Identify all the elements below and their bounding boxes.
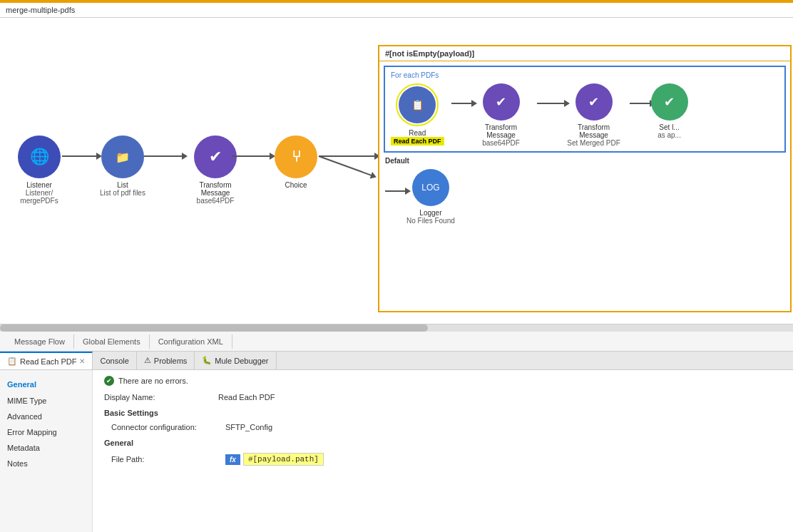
connector-config-label: Connector configuration: — [111, 423, 225, 431]
transform3-sublabel: Set Merged PDF — [567, 139, 620, 147]
tab-read-each-pdf[interactable]: 📋 Read Each PDF ✕ — [0, 352, 93, 369]
bottom-tabs-bar: Message Flow Global Elements Configurati… — [0, 332, 793, 352]
node-transform1[interactable]: ✔ Transform Message base64PDF — [187, 135, 244, 205]
connector-config-value: SFTP_Config — [225, 423, 272, 431]
arrow-to-default — [319, 155, 373, 176]
sidebar-general-section: General — [0, 376, 92, 393]
breadcrumb: merge-multiple-pdfs — [0, 3, 793, 18]
node-transform3[interactable]: ✔ Transform Message Set Merged PDF — [566, 83, 623, 147]
inner-arrow-3 — [630, 103, 651, 104]
choice-outer-box: #[not isEmpty(payload)] For each PDFs 📋 … — [378, 45, 792, 312]
scroll-thumb[interactable] — [0, 324, 428, 332]
display-name-row: Display Name: Read Each PDF — [104, 393, 782, 401]
arrow-1 — [62, 155, 98, 157]
tab-problems[interactable]: ⚠ Problems — [137, 352, 195, 369]
transform2-label: Transform Message — [473, 123, 530, 139]
tab-mule-debugger-label: Mule Debugger — [215, 357, 268, 365]
transform2-sublabel: base64PDF — [482, 139, 520, 147]
tab-global-elements[interactable]: Global Elements — [74, 334, 150, 349]
read-icon: 📋 — [399, 86, 436, 123]
transform1-icon: ✔ — [194, 135, 237, 178]
node-set[interactable]: ✔ Set l... as ap... — [651, 83, 688, 139]
default-label: Default — [385, 157, 784, 165]
tab-read-label: Read Each PDF — [20, 357, 76, 366]
list-icon: 📁 — [101, 135, 144, 178]
bottom-panel: General MIME Type Advanced Error Mapping… — [0, 370, 793, 532]
for-each-box: For each PDFs 📋 Read Read Each PDF — [384, 66, 786, 153]
default-section: Default LOG Logger No Files Found — [385, 157, 784, 225]
sidebar-item-metadata[interactable]: Metadata — [0, 440, 92, 456]
main-content-area: ✔ There are no errors. Display Name: Rea… — [93, 370, 793, 532]
default-arrow — [385, 190, 406, 192]
project-title: merge-multiple-pdfs — [6, 6, 75, 14]
list-label: List — [117, 181, 128, 189]
for-each-label: For each PDFs — [391, 71, 779, 79]
choice-label: Choice — [285, 181, 307, 189]
general-section-header: General — [104, 439, 782, 447]
display-name-label: Display Name: — [104, 393, 218, 401]
display-name-value: Read Each PDF — [218, 393, 275, 401]
list-sublabel: List of pdf files — [100, 189, 145, 197]
transform3-icon: ✔ — [575, 83, 613, 121]
listener-icon: 🌐 — [18, 135, 61, 178]
read-sublabel: Read Each PDF — [391, 137, 444, 145]
transform2-icon: ✔ — [483, 83, 520, 121]
transform1-sublabel: base64PDF — [197, 197, 235, 205]
node-transform2[interactable]: ✔ Transform Message base64PDF — [473, 83, 530, 147]
flow-container: 🌐 Listener Listener/mergePDFs 📁 List Lis… — [0, 18, 793, 324]
condition-label: #[not isEmpty(payload)] — [379, 46, 790, 61]
connector-config-row: Connector configuration: SFTP_Config — [104, 423, 782, 431]
node-logger[interactable]: LOG Logger No Files Found — [406, 169, 455, 225]
fx-button[interactable]: fx — [225, 454, 240, 465]
logger-label: Logger — [419, 209, 441, 217]
canvas-area: 🌐 Listener Listener/mergePDFs 📁 List Lis… — [0, 18, 793, 324]
listener-label: Listener — [26, 181, 52, 189]
close-read-tab[interactable]: ✕ — [79, 357, 85, 365]
file-path-expression[interactable]: #[payload.path] — [243, 453, 324, 466]
arrow-3 — [232, 155, 271, 157]
listener-sublabel: Listener/mergePDFs — [20, 189, 58, 205]
node-read[interactable]: 📋 Read Read Each PDF — [391, 83, 444, 145]
sidebar-item-error-mapping[interactable]: Error Mapping — [0, 424, 92, 440]
editor-tabs-bar: 📋 Read Each PDF ✕ Console ⚠ Problems 🐛 M… — [0, 352, 793, 370]
file-path-label: File Path: — [111, 455, 225, 464]
status-icon: ✔ — [104, 376, 114, 386]
tab-mule-debugger[interactable]: 🐛 Mule Debugger — [195, 352, 276, 369]
file-path-row: File Path: fx #[payload.path] — [104, 453, 782, 466]
tab-read-icon: 📋 — [7, 357, 17, 366]
left-sidebar: General MIME Type Advanced Error Mapping… — [0, 370, 93, 532]
tab-console[interactable]: Console — [93, 352, 136, 369]
fx-input-group: fx #[payload.path] — [225, 453, 324, 466]
debugger-icon: 🐛 — [202, 356, 212, 365]
logger-sublabel: No Files Found — [406, 217, 455, 225]
inner-arrow-1 — [451, 103, 473, 104]
logger-icon: LOG — [412, 169, 449, 206]
tab-message-flow[interactable]: Message Flow — [6, 334, 74, 349]
read-label: Read — [409, 129, 426, 137]
choice-icon: ⑂ — [275, 135, 317, 178]
node-listener[interactable]: 🌐 Listener Listener/mergePDFs — [18, 135, 61, 205]
horizontal-scrollbar[interactable] — [0, 324, 793, 332]
arrow-to-choice — [319, 155, 376, 157]
set-label: Set l... — [659, 123, 679, 131]
status-bar: ✔ There are no errors. — [104, 376, 782, 386]
sidebar-item-advanced[interactable]: Advanced — [0, 409, 92, 424]
problems-icon: ⚠ — [144, 356, 151, 365]
inner-arrow-2 — [537, 103, 566, 104]
tab-problems-label: Problems — [154, 357, 187, 365]
sidebar-item-notes[interactable]: Notes — [0, 456, 92, 471]
arrow-2 — [144, 155, 183, 157]
transform3-label: Transform Message — [566, 123, 623, 139]
basic-settings-header: Basic Settings — [104, 409, 782, 417]
tab-configuration-xml[interactable]: Configuration XML — [150, 334, 232, 349]
set-sublabel: as ap... — [658, 131, 681, 139]
tab-console-label: Console — [100, 357, 128, 365]
node-choice[interactable]: ⑂ Choice — [275, 135, 317, 189]
sidebar-item-mime-type[interactable]: MIME Type — [0, 393, 92, 409]
status-message: There are no errors. — [118, 377, 188, 385]
transform1-label: Transform Message — [187, 181, 244, 197]
set-icon: ✔ — [651, 83, 688, 121]
node-list[interactable]: 📁 List List of pdf files — [100, 135, 145, 197]
